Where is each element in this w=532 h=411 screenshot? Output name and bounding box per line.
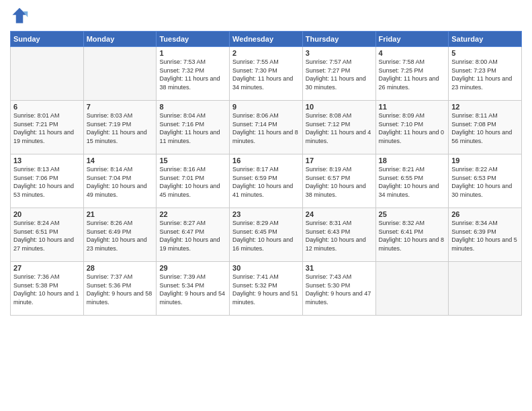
day-info: Sunrise: 8:29 AM Sunset: 6:45 PM Dayligh… [232,219,300,253]
day-info: Sunrise: 7:41 AM Sunset: 5:32 PM Dayligh… [232,273,300,306]
calendar-cell: 6Sunrise: 8:01 AM Sunset: 7:21 PM Daylig… [11,101,84,154]
day-info: Sunrise: 7:53 AM Sunset: 7:32 PM Dayligh… [159,58,226,91]
day-number: 12 [451,103,519,111]
day-number: 25 [379,210,446,218]
week-row-1: 1Sunrise: 7:53 AM Sunset: 7:32 PM Daylig… [11,47,522,101]
calendar-cell: 9Sunrise: 8:06 AM Sunset: 7:14 PM Daylig… [230,101,303,154]
calendar-cell: 15Sunrise: 8:16 AM Sunset: 7:01 PM Dayli… [157,154,230,208]
calendar-cell: 5Sunrise: 8:00 AM Sunset: 7:23 PM Daylig… [449,47,522,101]
day-number: 13 [13,156,81,165]
weekday-header-monday: Monday [83,32,157,47]
weekday-header-wednesday: Wednesday [230,32,303,47]
calendar-cell: 18Sunrise: 8:21 AM Sunset: 6:55 PM Dayli… [375,154,449,208]
calendar-cell: 16Sunrise: 8:17 AM Sunset: 6:59 PM Dayli… [230,154,303,208]
day-info: Sunrise: 8:17 AM Sunset: 6:59 PM Dayligh… [232,165,300,199]
day-info: Sunrise: 8:14 AM Sunset: 7:04 PM Dayligh… [87,165,154,199]
day-number: 19 [451,156,519,165]
calendar-cell: 8Sunrise: 8:04 AM Sunset: 7:16 PM Daylig… [157,101,230,154]
logo-icon [10,7,29,26]
day-info: Sunrise: 8:03 AM Sunset: 7:19 PM Dayligh… [87,111,154,145]
day-number: 20 [13,210,81,218]
day-number: 22 [159,210,226,218]
calendar-cell: 27Sunrise: 7:36 AM Sunset: 5:38 PM Dayli… [11,262,84,316]
calendar-cell: 1Sunrise: 7:53 AM Sunset: 7:32 PM Daylig… [157,47,230,101]
calendar-cell: 7Sunrise: 8:03 AM Sunset: 7:19 PM Daylig… [83,101,157,154]
day-info: Sunrise: 8:00 AM Sunset: 7:23 PM Dayligh… [451,58,519,91]
weekday-header-friday: Friday [375,32,449,47]
calendar-cell: 26Sunrise: 8:34 AM Sunset: 6:39 PM Dayli… [449,208,522,262]
calendar-cell: 11Sunrise: 8:09 AM Sunset: 7:10 PM Dayli… [375,101,449,154]
calendar-cell: 19Sunrise: 8:22 AM Sunset: 6:53 PM Dayli… [449,154,522,208]
week-row-4: 20Sunrise: 8:24 AM Sunset: 6:51 PM Dayli… [11,208,522,262]
day-number: 15 [159,156,226,165]
calendar-cell: 30Sunrise: 7:41 AM Sunset: 5:32 PM Dayli… [230,262,303,316]
day-info: Sunrise: 8:26 AM Sunset: 6:49 PM Dayligh… [87,219,154,253]
weekday-header-tuesday: Tuesday [157,32,230,47]
day-info: Sunrise: 7:43 AM Sunset: 5:30 PM Dayligh… [306,273,373,306]
day-number: 26 [451,210,519,218]
calendar-cell: 3Sunrise: 7:57 AM Sunset: 7:27 PM Daylig… [302,47,375,101]
weekday-header-row: SundayMondayTuesdayWednesdayThursdayFrid… [11,32,522,47]
day-info: Sunrise: 7:55 AM Sunset: 7:30 PM Dayligh… [232,58,300,91]
day-info: Sunrise: 8:27 AM Sunset: 6:47 PM Dayligh… [159,219,226,253]
weekday-header-thursday: Thursday [302,32,375,47]
day-info: Sunrise: 7:58 AM Sunset: 7:25 PM Dayligh… [379,58,446,91]
calendar-cell: 2Sunrise: 7:55 AM Sunset: 7:30 PM Daylig… [230,47,303,101]
calendar-cell: 28Sunrise: 7:37 AM Sunset: 5:36 PM Dayli… [83,262,157,316]
day-info: Sunrise: 8:09 AM Sunset: 7:10 PM Dayligh… [379,111,446,145]
day-number: 23 [232,210,300,218]
day-number: 28 [87,264,154,272]
day-number: 18 [379,156,446,165]
day-number: 11 [379,103,446,111]
day-number: 16 [232,156,300,165]
day-number: 17 [306,156,373,165]
calendar-cell: 14Sunrise: 8:14 AM Sunset: 7:04 PM Dayli… [83,154,157,208]
calendar-cell: 20Sunrise: 8:24 AM Sunset: 6:51 PM Dayli… [11,208,84,262]
header [10,7,522,26]
calendar-cell: 13Sunrise: 8:13 AM Sunset: 7:06 PM Dayli… [11,154,84,208]
day-info: Sunrise: 8:31 AM Sunset: 6:43 PM Dayligh… [306,219,373,253]
day-info: Sunrise: 7:57 AM Sunset: 7:27 PM Dayligh… [306,58,373,91]
day-info: Sunrise: 8:16 AM Sunset: 7:01 PM Dayligh… [159,165,226,199]
calendar-cell: 22Sunrise: 8:27 AM Sunset: 6:47 PM Dayli… [157,208,230,262]
day-info: Sunrise: 7:39 AM Sunset: 5:34 PM Dayligh… [159,273,226,306]
day-info: Sunrise: 8:24 AM Sunset: 6:51 PM Dayligh… [13,219,81,253]
day-number: 8 [159,103,226,111]
day-number: 5 [451,49,519,57]
day-info: Sunrise: 8:01 AM Sunset: 7:21 PM Dayligh… [13,111,81,145]
week-row-5: 27Sunrise: 7:36 AM Sunset: 5:38 PM Dayli… [11,262,522,316]
day-number: 9 [232,103,300,111]
day-info: Sunrise: 8:08 AM Sunset: 7:12 PM Dayligh… [306,111,373,145]
calendar-cell: 21Sunrise: 8:26 AM Sunset: 6:49 PM Dayli… [83,208,157,262]
calendar-cell: 23Sunrise: 8:29 AM Sunset: 6:45 PM Dayli… [230,208,303,262]
calendar-cell [449,262,522,316]
day-info: Sunrise: 7:37 AM Sunset: 5:36 PM Dayligh… [87,273,154,306]
day-number: 2 [232,49,300,57]
day-info: Sunrise: 8:19 AM Sunset: 6:57 PM Dayligh… [306,165,373,199]
calendar-cell: 12Sunrise: 8:11 AM Sunset: 7:08 PM Dayli… [449,101,522,154]
day-number: 3 [306,49,373,57]
week-row-2: 6Sunrise: 8:01 AM Sunset: 7:21 PM Daylig… [11,101,522,154]
day-number: 29 [159,264,226,272]
day-number: 31 [306,264,373,272]
week-row-3: 13Sunrise: 8:13 AM Sunset: 7:06 PM Dayli… [11,154,522,208]
day-number: 6 [13,103,81,111]
day-info: Sunrise: 8:06 AM Sunset: 7:14 PM Dayligh… [232,111,300,145]
calendar-cell: 24Sunrise: 8:31 AM Sunset: 6:43 PM Dayli… [302,208,375,262]
calendar-cell: 29Sunrise: 7:39 AM Sunset: 5:34 PM Dayli… [157,262,230,316]
calendar-cell: 10Sunrise: 8:08 AM Sunset: 7:12 PM Dayli… [302,101,375,154]
day-number: 27 [13,264,81,272]
day-number: 21 [87,210,154,218]
calendar-cell: 31Sunrise: 7:43 AM Sunset: 5:30 PM Dayli… [302,262,375,316]
day-info: Sunrise: 8:34 AM Sunset: 6:39 PM Dayligh… [451,219,519,253]
day-info: Sunrise: 8:32 AM Sunset: 6:41 PM Dayligh… [379,219,446,253]
logo [10,7,32,26]
calendar-cell [11,47,84,101]
day-number: 1 [159,49,226,57]
calendar-table: SundayMondayTuesdayWednesdayThursdayFrid… [10,31,522,316]
weekday-header-sunday: Sunday [11,32,84,47]
weekday-header-saturday: Saturday [449,32,522,47]
day-number: 14 [87,156,154,165]
day-info: Sunrise: 7:36 AM Sunset: 5:38 PM Dayligh… [13,273,81,306]
svg-marker-0 [13,8,27,24]
